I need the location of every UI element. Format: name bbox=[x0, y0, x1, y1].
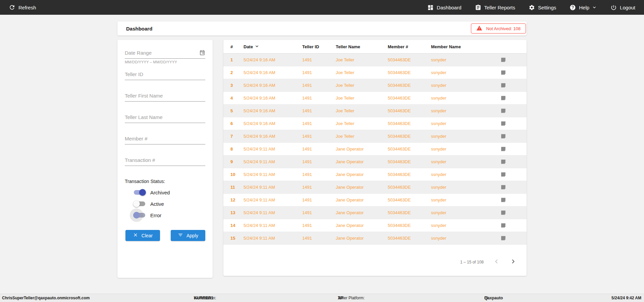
table-row[interactable]: 4 5/24/24 9:16 AM 1491 Joe Teller 503446… bbox=[223, 92, 527, 105]
table-row[interactable]: 1 5/24/24 9:16 AM 1491 Joe Teller 503446… bbox=[223, 54, 527, 66]
nav-help[interactable]: Help bbox=[570, 4, 597, 11]
cell-member-number: 5034463DE bbox=[388, 197, 431, 202]
table-row[interactable]: 9 5/24/24 9:11 AM 1491 Jane Operator 503… bbox=[223, 156, 527, 168]
cell-teller-name: Jane Operator bbox=[336, 197, 388, 202]
cell-teller-id: 1491 bbox=[302, 146, 336, 152]
note-icon[interactable] bbox=[500, 82, 527, 88]
row-number: 11 bbox=[230, 185, 244, 190]
member-number-input[interactable] bbox=[125, 136, 205, 144]
note-icon[interactable] bbox=[500, 95, 527, 101]
date-range-input[interactable] bbox=[125, 50, 205, 59]
note-icon[interactable] bbox=[500, 159, 527, 165]
clear-button[interactable]: Clear bbox=[125, 230, 160, 241]
table-row[interactable]: 7 5/24/24 9:16 AM 1491 Joe Teller 503446… bbox=[223, 130, 527, 143]
teller-first-name-field bbox=[125, 93, 205, 102]
cell-date: 5/24/24 9:16 AM bbox=[244, 134, 302, 139]
cell-teller-id: 1491 bbox=[302, 210, 336, 215]
column-header-teller-id[interactable]: Teller ID bbox=[302, 44, 336, 49]
not-archived-badge[interactable]: Not Archived: 108 bbox=[471, 23, 526, 34]
archived-toggle-label: Archived bbox=[150, 190, 170, 195]
cell-date: 5/24/24 9:11 AM bbox=[244, 236, 302, 241]
teller-id-input[interactable] bbox=[125, 71, 205, 80]
note-icon[interactable] bbox=[500, 171, 527, 178]
column-header-teller-name[interactable]: Teller Name bbox=[336, 44, 388, 49]
teller-last-name-input[interactable] bbox=[125, 114, 205, 123]
power-icon bbox=[610, 4, 617, 11]
cell-teller-id: 1491 bbox=[302, 83, 336, 88]
table-row[interactable]: 3 5/24/24 9:16 AM 1491 Joe Teller 503446… bbox=[223, 79, 527, 92]
cell-teller-name: Joe Teller bbox=[336, 96, 388, 101]
calendar-icon[interactable] bbox=[199, 50, 205, 57]
table-row[interactable]: 5 5/24/24 9:16 AM 1491 Joe Teller 503446… bbox=[223, 105, 527, 117]
table-row[interactable]: 10 5/24/24 9:11 AM 1491 Jane Operator 50… bbox=[223, 168, 527, 181]
help-icon bbox=[570, 4, 576, 11]
note-icon[interactable] bbox=[500, 222, 527, 229]
nav-settings[interactable]: Settings bbox=[529, 4, 556, 11]
active-toggle[interactable] bbox=[134, 201, 145, 206]
note-icon[interactable] bbox=[500, 120, 527, 127]
error-toggle[interactable] bbox=[134, 213, 145, 218]
member-number-field bbox=[125, 136, 205, 144]
cell-member-name: ssnyder bbox=[431, 121, 500, 126]
cell-date: 5/24/24 9:16 AM bbox=[244, 70, 302, 75]
refresh-button[interactable]: Refresh bbox=[9, 4, 36, 11]
top-navbar: Refresh Dashboard Teller Reports Setting… bbox=[0, 0, 644, 15]
note-icon[interactable] bbox=[500, 69, 527, 76]
note-icon[interactable] bbox=[500, 197, 527, 203]
cell-member-number: 5034463DE bbox=[388, 172, 431, 177]
transaction-number-input[interactable] bbox=[125, 157, 205, 166]
archived-toggle[interactable] bbox=[134, 190, 145, 195]
column-header-member-name[interactable]: Member Name bbox=[431, 44, 500, 49]
date-range-helper: MM/DD/YYYY – MM/DD/YYYY bbox=[125, 60, 205, 64]
filter-panel: MM/DD/YYYY – MM/DD/YYYY Transaction Stat… bbox=[117, 40, 213, 278]
transactions-table: # Date Teller ID Teller Name Member # bbox=[223, 40, 527, 276]
column-header-date[interactable]: Date bbox=[244, 44, 302, 50]
table-row[interactable]: 11 5/24/24 9:11 AM 1491 Jane Operator 50… bbox=[223, 181, 527, 194]
cell-member-number: 5034463DE bbox=[388, 159, 431, 164]
note-icon[interactable] bbox=[500, 184, 527, 190]
nav-dashboard[interactable]: Dashboard bbox=[427, 4, 461, 11]
cell-teller-id: 1491 bbox=[302, 121, 336, 126]
row-number: 2 bbox=[230, 70, 244, 75]
nav-help-label: Help bbox=[579, 5, 589, 10]
note-icon[interactable] bbox=[500, 146, 527, 152]
clear-button-label: Clear bbox=[142, 233, 153, 238]
cell-teller-name: Jane Operator bbox=[336, 210, 388, 215]
column-header-member-number[interactable]: Member # bbox=[388, 44, 431, 49]
nav-teller-reports[interactable]: Teller Reports bbox=[475, 4, 516, 11]
user-email: ChrisSuperTeller@qaxpauto.onmicrosoft.co… bbox=[2, 296, 90, 300]
cell-date: 5/24/24 9:11 AM bbox=[244, 146, 302, 152]
row-number: 6 bbox=[230, 121, 244, 126]
next-page-button[interactable] bbox=[509, 257, 517, 266]
note-icon[interactable] bbox=[500, 57, 527, 63]
error-toggle-label: Error bbox=[150, 213, 161, 218]
cell-teller-id: 1491 bbox=[302, 159, 336, 164]
cell-teller-name: Joe Teller bbox=[336, 108, 388, 113]
table-row[interactable]: 14 5/24/24 9:11 AM 1491 Jane Operator 50… bbox=[223, 219, 527, 232]
note-icon[interactable] bbox=[500, 108, 527, 114]
cell-teller-id: 1491 bbox=[302, 185, 336, 190]
nav-logout[interactable]: Logout bbox=[610, 4, 635, 11]
page-header: Dashboard Not Archived: 108 bbox=[117, 21, 527, 36]
apply-button-label: Apply bbox=[186, 233, 198, 238]
table-row[interactable]: 6 5/24/24 9:16 AM 1491 Joe Teller 503446… bbox=[223, 117, 527, 130]
cell-member-number: 5034463DE bbox=[388, 108, 431, 113]
teller-first-name-input[interactable] bbox=[125, 93, 205, 102]
table-row[interactable]: 15 5/24/24 9:11 AM 1491 Jane Operator 50… bbox=[223, 232, 527, 245]
apply-button[interactable]: Apply bbox=[171, 230, 205, 241]
note-icon[interactable] bbox=[500, 209, 527, 216]
cell-member-number: 5034463DE bbox=[388, 96, 431, 101]
page-title: Dashboard bbox=[126, 26, 152, 32]
note-icon[interactable] bbox=[500, 133, 527, 139]
note-icon[interactable] bbox=[500, 235, 527, 241]
table-row[interactable]: 8 5/24/24 9:11 AM 1491 Jane Operator 503… bbox=[223, 143, 527, 156]
column-header-number[interactable]: # bbox=[230, 44, 244, 49]
table-row[interactable]: 13 5/24/24 9:11 AM 1491 Jane Operator 50… bbox=[223, 206, 527, 219]
previous-page-button[interactable] bbox=[492, 257, 500, 266]
row-number: 14 bbox=[230, 223, 244, 228]
table-row[interactable]: 12 5/24/24 9:11 AM 1491 Jane Operator 50… bbox=[223, 194, 527, 206]
row-number: 1 bbox=[230, 57, 244, 62]
cell-member-name: ssnyder bbox=[431, 83, 500, 88]
cell-member-name: ssnyder bbox=[431, 70, 500, 75]
table-row[interactable]: 2 5/24/24 9:16 AM 1491 Joe Teller 503446… bbox=[223, 66, 527, 79]
